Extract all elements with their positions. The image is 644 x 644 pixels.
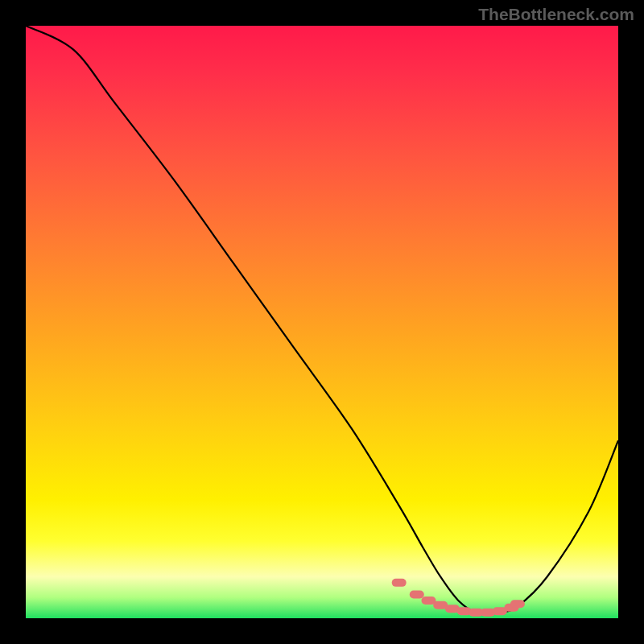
plot-area: [26, 26, 618, 618]
watermark-text: TheBottleneck.com: [478, 5, 634, 24]
highlight-marker: [392, 579, 407, 587]
bottleneck-curve-line: [26, 26, 618, 613]
chart-svg: [26, 26, 618, 618]
highlight-markers: [392, 579, 525, 617]
highlight-marker: [421, 597, 436, 605]
highlight-marker: [510, 600, 525, 608]
highlight-marker: [410, 591, 424, 599]
